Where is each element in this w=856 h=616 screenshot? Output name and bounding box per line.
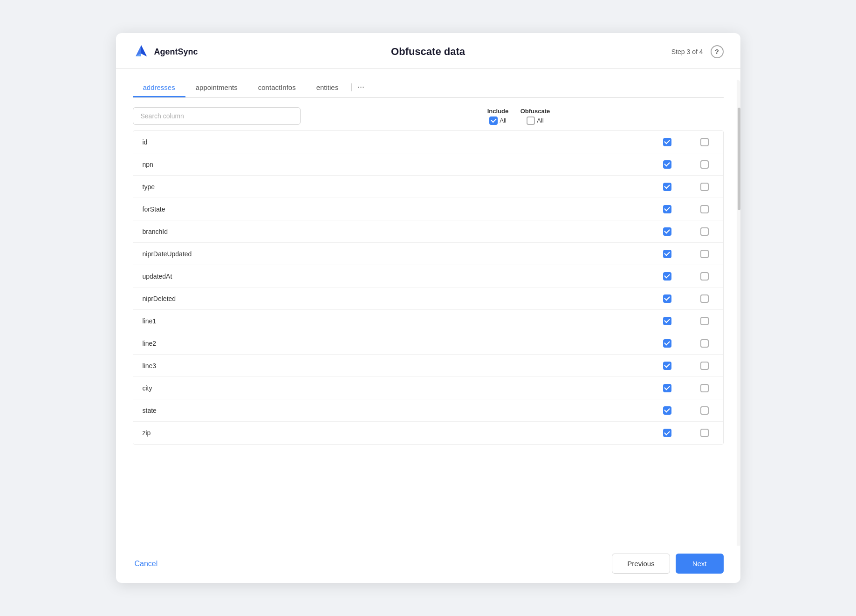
- obfuscate-check-cell: [686, 250, 723, 258]
- obfuscate-checkbox-zip[interactable]: [700, 429, 709, 437]
- obfuscate-checkbox-updatedAt[interactable]: [700, 272, 709, 281]
- row-name-branchId: branchId: [133, 228, 649, 235]
- tab-separator: |: [349, 82, 355, 92]
- include-check-cell: [649, 384, 686, 392]
- obfuscate-checkbox-npn[interactable]: [700, 160, 709, 169]
- include-checkbox-niprDateUpdated[interactable]: [663, 250, 671, 258]
- obfuscate-all-check: All: [527, 116, 543, 125]
- next-button[interactable]: Next: [676, 554, 724, 574]
- logo-text: AgentSync: [154, 47, 198, 57]
- tabs-area: addresses appointments contactInfos enti…: [133, 78, 724, 98]
- include-all-checkbox[interactable]: [489, 116, 498, 125]
- obfuscate-checkbox-niprDeleted[interactable]: [700, 294, 709, 303]
- header-right: Step 3 of 4 ?: [671, 45, 724, 58]
- help-button[interactable]: ?: [711, 45, 724, 58]
- obfuscate-check-cell: [686, 272, 723, 281]
- obfuscate-checkbox-niprDateUpdated[interactable]: [700, 250, 709, 258]
- tab-more-icon[interactable]: ···: [355, 78, 367, 96]
- row-name-niprDateUpdated: niprDateUpdated: [133, 250, 649, 258]
- include-checkbox-city[interactable]: [663, 384, 671, 392]
- obfuscate-check-cell: [686, 317, 723, 325]
- scrollbar-thumb[interactable]: [738, 108, 740, 210]
- include-checkbox-type[interactable]: [663, 183, 671, 191]
- tab-contactinfos[interactable]: contactInfos: [248, 79, 306, 97]
- row-checks-line2: [649, 339, 723, 348]
- include-check-cell: [649, 183, 686, 191]
- scrollbar[interactable]: [737, 80, 740, 546]
- obfuscate-check-cell: [686, 339, 723, 348]
- search-input[interactable]: [133, 107, 301, 125]
- footer-right: Previous Next: [612, 554, 723, 574]
- obfuscate-checkbox-forState[interactable]: [700, 205, 709, 213]
- include-checkbox-forState[interactable]: [663, 205, 671, 213]
- table-row: zip: [133, 422, 723, 444]
- logo-icon: [133, 43, 150, 60]
- row-name-line2: line2: [133, 340, 649, 347]
- modal-footer: Cancel Previous Next: [116, 544, 740, 583]
- table-row: line3: [133, 355, 723, 377]
- obfuscate-check-cell: [686, 160, 723, 169]
- obfuscate-all-checkbox[interactable]: [527, 116, 535, 125]
- obfuscate-checkbox-line1[interactable]: [700, 317, 709, 325]
- include-checkbox-line1[interactable]: [663, 317, 671, 325]
- tab-addresses[interactable]: addresses: [133, 79, 185, 97]
- table-row: npn: [133, 153, 723, 176]
- row-name-npn: npn: [133, 161, 649, 168]
- include-checkbox-niprDeleted[interactable]: [663, 294, 671, 303]
- content-area: id npn type: [133, 127, 724, 544]
- table-row: state: [133, 399, 723, 422]
- modal-title: Obfuscate data: [391, 46, 465, 58]
- obfuscate-checkbox-id[interactable]: [700, 138, 709, 146]
- row-name-niprDeleted: niprDeleted: [133, 295, 649, 302]
- row-checks-niprDeleted: [649, 294, 723, 303]
- modal: AgentSync Obfuscate data Step 3 of 4 ? a…: [116, 33, 740, 583]
- include-checkbox-updatedAt[interactable]: [663, 272, 671, 281]
- obfuscate-header: Obfuscate All: [517, 108, 554, 125]
- obfuscate-checkbox-type[interactable]: [700, 183, 709, 191]
- obfuscate-checkbox-city[interactable]: [700, 384, 709, 392]
- logo-area: AgentSync: [133, 43, 198, 60]
- row-name-updatedAt: updatedAt: [133, 273, 649, 280]
- row-checks-npn: [649, 160, 723, 169]
- table-row: forState: [133, 198, 723, 220]
- include-checkbox-line3[interactable]: [663, 362, 671, 370]
- obfuscate-checkbox-state[interactable]: [700, 406, 709, 415]
- row-name-zip: zip: [133, 429, 649, 437]
- include-all-label: All: [500, 117, 506, 124]
- row-name-type: type: [133, 183, 649, 191]
- table-row: id: [133, 131, 723, 153]
- include-check-cell: [649, 272, 686, 281]
- include-check-cell: [649, 250, 686, 258]
- previous-button[interactable]: Previous: [612, 554, 670, 574]
- table-row: city: [133, 377, 723, 399]
- table-row: branchId: [133, 220, 723, 243]
- include-checkbox-npn[interactable]: [663, 160, 671, 169]
- row-checks-branchId: [649, 227, 723, 236]
- include-check-cell: [649, 205, 686, 213]
- step-label: Step 3 of 4: [671, 48, 703, 55]
- obfuscate-checkbox-line2[interactable]: [700, 339, 709, 348]
- obfuscate-label: Obfuscate: [520, 108, 550, 115]
- row-name-id: id: [133, 138, 649, 146]
- obfuscate-checkbox-branchId[interactable]: [700, 227, 709, 236]
- include-check-cell: [649, 339, 686, 348]
- obfuscate-check-cell: [686, 227, 723, 236]
- row-name-forState: forState: [133, 205, 649, 213]
- table-row: line1: [133, 310, 723, 332]
- tab-appointments[interactable]: appointments: [185, 79, 248, 97]
- obfuscate-check-cell: [686, 183, 723, 191]
- include-checkbox-state[interactable]: [663, 406, 671, 415]
- obfuscate-check-cell: [686, 362, 723, 370]
- include-checkbox-line2[interactable]: [663, 339, 671, 348]
- tab-entities[interactable]: entities: [306, 79, 349, 97]
- include-checkbox-branchId[interactable]: [663, 227, 671, 236]
- obfuscate-checkbox-line3[interactable]: [700, 362, 709, 370]
- row-checks-forState: [649, 205, 723, 213]
- obfuscate-check-cell: [686, 429, 723, 437]
- include-check-cell: [649, 317, 686, 325]
- row-checks-zip: [649, 429, 723, 437]
- include-header: Include All: [479, 108, 517, 125]
- cancel-button[interactable]: Cancel: [133, 556, 160, 572]
- include-checkbox-zip[interactable]: [663, 429, 671, 437]
- include-checkbox-id[interactable]: [663, 138, 671, 146]
